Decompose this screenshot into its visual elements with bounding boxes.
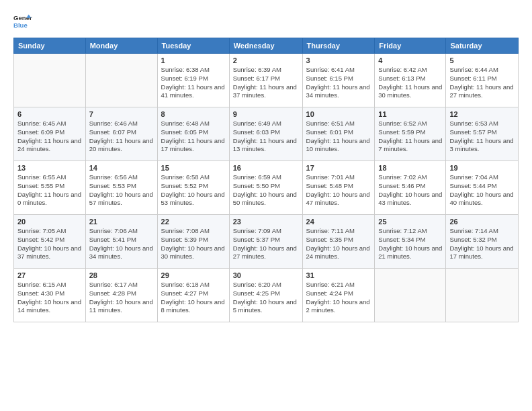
day-number: 21 (89, 218, 154, 226)
day-info: Sunrise: 7:09 AM Sunset: 5:37 PM Dayligh… (233, 227, 299, 261)
day-number: 28 (89, 271, 154, 279)
calendar-cell: 20Sunrise: 7:05 AM Sunset: 5:42 PM Dayli… (14, 215, 86, 269)
weekday-header: Monday (85, 38, 157, 54)
day-number: 24 (306, 218, 371, 226)
day-number: 20 (17, 218, 82, 226)
day-number: 7 (89, 110, 154, 118)
calendar-week-row: 1Sunrise: 6:38 AM Sunset: 6:19 PM Daylig… (14, 54, 519, 107)
calendar-week-row: 13Sunrise: 6:55 AM Sunset: 5:55 PM Dayli… (14, 161, 519, 215)
calendar-header: SundayMondayTuesdayWednesdayThursdayFrid… (14, 38, 519, 54)
day-info: Sunrise: 6:46 AM Sunset: 6:07 PM Dayligh… (89, 120, 154, 154)
day-info: Sunrise: 6:51 AM Sunset: 6:01 PM Dayligh… (306, 120, 371, 154)
calendar-cell: 2Sunrise: 6:39 AM Sunset: 6:17 PM Daylig… (229, 54, 302, 107)
calendar-cell: 7Sunrise: 6:46 AM Sunset: 6:07 PM Daylig… (85, 107, 157, 161)
day-info: Sunrise: 6:58 AM Sunset: 5:52 PM Dayligh… (161, 173, 226, 208)
calendar-cell (14, 54, 86, 107)
page-header: General Blue (13, 12, 519, 31)
day-number: 10 (306, 110, 371, 118)
calendar-week-row: 20Sunrise: 7:05 AM Sunset: 5:42 PM Dayli… (14, 215, 519, 269)
calendar-cell: 12Sunrise: 6:53 AM Sunset: 5:57 PM Dayli… (446, 107, 519, 161)
day-number: 25 (378, 218, 442, 226)
day-info: Sunrise: 7:14 AM Sunset: 5:32 PM Dayligh… (449, 227, 515, 261)
calendar-cell: 27Sunrise: 6:15 AM Sunset: 4:30 PM Dayli… (14, 269, 86, 322)
calendar-cell: 5Sunrise: 6:44 AM Sunset: 6:11 PM Daylig… (446, 54, 519, 107)
weekday-header: Thursday (302, 38, 375, 54)
day-number: 16 (233, 164, 299, 172)
day-info: Sunrise: 6:45 AM Sunset: 6:09 PM Dayligh… (17, 120, 82, 154)
day-info: Sunrise: 7:04 AM Sunset: 5:44 PM Dayligh… (449, 173, 515, 208)
calendar-cell: 3Sunrise: 6:41 AM Sunset: 6:15 PM Daylig… (302, 54, 375, 107)
calendar-week-row: 27Sunrise: 6:15 AM Sunset: 4:30 PM Dayli… (14, 269, 519, 322)
day-info: Sunrise: 6:53 AM Sunset: 5:57 PM Dayligh… (449, 120, 515, 154)
day-info: Sunrise: 6:56 AM Sunset: 5:53 PM Dayligh… (89, 173, 154, 208)
day-info: Sunrise: 7:08 AM Sunset: 5:39 PM Dayligh… (161, 227, 226, 261)
calendar-cell: 28Sunrise: 6:17 AM Sunset: 4:28 PM Dayli… (85, 269, 157, 322)
logo: General Blue (13, 12, 32, 31)
day-info: Sunrise: 7:06 AM Sunset: 5:41 PM Dayligh… (89, 227, 154, 261)
day-number: 11 (378, 110, 442, 118)
calendar-cell: 16Sunrise: 6:59 AM Sunset: 5:50 PM Dayli… (229, 161, 302, 215)
day-number: 29 (161, 271, 226, 279)
day-number: 26 (449, 218, 515, 226)
day-number: 31 (306, 271, 371, 279)
day-number: 19 (449, 164, 515, 172)
day-number: 30 (233, 271, 299, 279)
weekday-header: Sunday (14, 38, 86, 54)
day-number: 27 (17, 271, 82, 279)
day-info: Sunrise: 6:52 AM Sunset: 5:59 PM Dayligh… (378, 120, 442, 154)
day-info: Sunrise: 6:17 AM Sunset: 4:28 PM Dayligh… (89, 281, 154, 315)
calendar-cell: 14Sunrise: 6:56 AM Sunset: 5:53 PM Dayli… (85, 161, 157, 215)
calendar-cell: 10Sunrise: 6:51 AM Sunset: 6:01 PM Dayli… (302, 107, 375, 161)
day-number: 5 (449, 56, 515, 64)
calendar-cell: 1Sunrise: 6:38 AM Sunset: 6:19 PM Daylig… (157, 54, 229, 107)
day-info: Sunrise: 6:42 AM Sunset: 6:13 PM Dayligh… (378, 66, 442, 100)
day-info: Sunrise: 7:01 AM Sunset: 5:48 PM Dayligh… (306, 173, 371, 208)
calendar-cell: 6Sunrise: 6:45 AM Sunset: 6:09 PM Daylig… (14, 107, 86, 161)
day-number: 2 (233, 56, 299, 64)
calendar-cell: 24Sunrise: 7:11 AM Sunset: 5:35 PM Dayli… (302, 215, 375, 269)
day-number: 6 (17, 110, 82, 118)
day-number: 3 (306, 56, 371, 64)
day-info: Sunrise: 6:44 AM Sunset: 6:11 PM Dayligh… (449, 66, 515, 100)
calendar-cell: 31Sunrise: 6:21 AM Sunset: 4:24 PM Dayli… (302, 269, 375, 322)
day-info: Sunrise: 6:20 AM Sunset: 4:25 PM Dayligh… (233, 281, 299, 315)
day-number: 22 (161, 218, 226, 226)
day-number: 18 (378, 164, 442, 172)
calendar-cell (85, 54, 157, 107)
calendar-cell: 8Sunrise: 6:48 AM Sunset: 6:05 PM Daylig… (157, 107, 229, 161)
weekday-header: Wednesday (229, 38, 302, 54)
day-number: 17 (306, 164, 371, 172)
calendar-cell: 23Sunrise: 7:09 AM Sunset: 5:37 PM Dayli… (229, 215, 302, 269)
day-number: 14 (89, 164, 154, 172)
day-number: 1 (161, 56, 226, 64)
calendar-cell: 25Sunrise: 7:12 AM Sunset: 5:34 PM Dayli… (375, 215, 446, 269)
day-info: Sunrise: 6:39 AM Sunset: 6:17 PM Dayligh… (233, 66, 299, 100)
day-number: 12 (449, 110, 515, 118)
day-info: Sunrise: 6:48 AM Sunset: 6:05 PM Dayligh… (161, 120, 226, 154)
day-number: 15 (161, 164, 226, 172)
day-number: 8 (161, 110, 226, 118)
day-info: Sunrise: 7:12 AM Sunset: 5:34 PM Dayligh… (378, 227, 442, 261)
calendar-cell: 29Sunrise: 6:18 AM Sunset: 4:27 PM Dayli… (157, 269, 229, 322)
calendar-cell: 4Sunrise: 6:42 AM Sunset: 6:13 PM Daylig… (375, 54, 446, 107)
calendar-cell: 13Sunrise: 6:55 AM Sunset: 5:55 PM Dayli… (14, 161, 86, 215)
day-info: Sunrise: 7:11 AM Sunset: 5:35 PM Dayligh… (306, 227, 371, 261)
weekday-header: Friday (375, 38, 446, 54)
calendar-cell: 19Sunrise: 7:04 AM Sunset: 5:44 PM Dayli… (446, 161, 519, 215)
calendar-cell: 22Sunrise: 7:08 AM Sunset: 5:39 PM Dayli… (157, 215, 229, 269)
calendar-cell: 30Sunrise: 6:20 AM Sunset: 4:25 PM Dayli… (229, 269, 302, 322)
day-number: 13 (17, 164, 82, 172)
calendar-week-row: 6Sunrise: 6:45 AM Sunset: 6:09 PM Daylig… (14, 107, 519, 161)
weekday-header: Tuesday (157, 38, 229, 54)
calendar-cell (446, 269, 519, 322)
day-info: Sunrise: 7:05 AM Sunset: 5:42 PM Dayligh… (17, 227, 82, 261)
svg-text:Blue: Blue (13, 21, 28, 29)
calendar-cell: 15Sunrise: 6:58 AM Sunset: 5:52 PM Dayli… (157, 161, 229, 215)
calendar-cell: 9Sunrise: 6:49 AM Sunset: 6:03 PM Daylig… (229, 107, 302, 161)
day-info: Sunrise: 6:38 AM Sunset: 6:19 PM Dayligh… (161, 66, 226, 100)
day-info: Sunrise: 6:41 AM Sunset: 6:15 PM Dayligh… (306, 66, 371, 100)
day-info: Sunrise: 6:59 AM Sunset: 5:50 PM Dayligh… (233, 173, 299, 208)
calendar-cell: 26Sunrise: 7:14 AM Sunset: 5:32 PM Dayli… (446, 215, 519, 269)
calendar-cell: 17Sunrise: 7:01 AM Sunset: 5:48 PM Dayli… (302, 161, 375, 215)
calendar-cell: 18Sunrise: 7:02 AM Sunset: 5:46 PM Dayli… (375, 161, 446, 215)
